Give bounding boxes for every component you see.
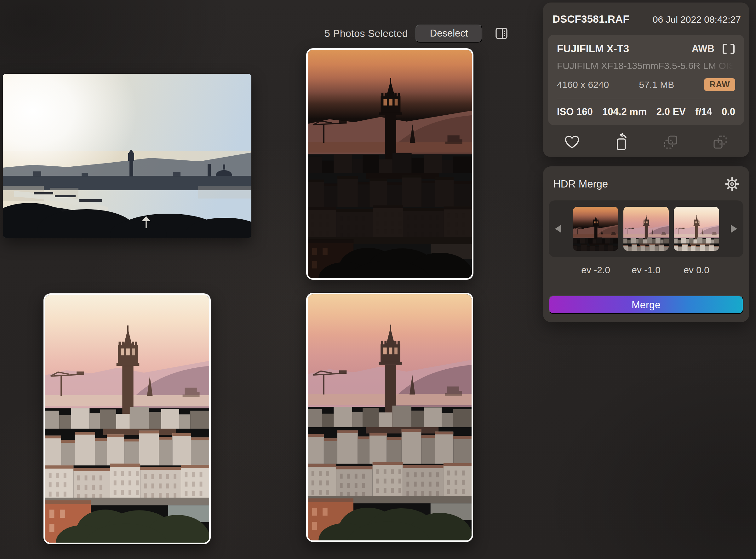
selection-count-text: 5 Photos Selected: [324, 28, 408, 39]
photo-portrait-underexposed[interactable]: [306, 48, 474, 280]
rotate-left-icon[interactable]: [611, 132, 633, 152]
file-info-panel: DSCF3581.RAF 06 Jul 2022 08:42:27 FUJIFI…: [543, 2, 749, 157]
exif-aperture: f/14: [695, 106, 712, 117]
hdr-merge-title: HDR Merge: [553, 178, 608, 190]
hdr-merge-panel: HDR Merge: [543, 166, 749, 322]
photo-portrait-mid[interactable]: [306, 293, 473, 542]
exposure-labels-row: ev -2.0 ev -1.0 ev 0.0: [543, 265, 749, 275]
card-divider: [557, 98, 735, 99]
deselect-button[interactable]: Deselect: [415, 25, 483, 43]
selection-toolbar: 5 Photos Selected Deselect: [324, 24, 508, 43]
carousel-next-icon[interactable]: [727, 200, 741, 257]
photo-portrait-normal[interactable]: [44, 293, 211, 544]
exif-iso: ISO 160: [557, 106, 593, 117]
photo-underexposed-image: [308, 50, 472, 278]
file-name: DSCF3581.RAF: [552, 13, 629, 25]
exif-exposure-comp: 0.0: [721, 106, 735, 117]
ev-label-minus-1: ev -1.0: [623, 265, 669, 275]
capture-datetime: 06 Jul 2022 08:42:27: [653, 14, 741, 25]
paste-settings-icon[interactable]: [709, 132, 731, 152]
gear-icon[interactable]: [725, 176, 740, 192]
sidebar-panel-icon[interactable]: [495, 27, 508, 40]
photo-landscape-image: [3, 74, 251, 238]
camera-info-card: FUJIFILM X-T3 AWB FUJIFILM XF18-135mmF3.…: [548, 35, 744, 125]
copy-settings-icon[interactable]: [660, 132, 682, 152]
exif-row: ISO 160 104.2 mm 2.0 EV f/14 0.0: [557, 106, 735, 117]
white-balance-label: AWB: [692, 43, 714, 54]
carousel-prev-icon[interactable]: [551, 200, 565, 257]
file-size: 57.1 MB: [639, 80, 674, 90]
file-header: DSCF3581.RAF 06 Jul 2022 08:42:27: [543, 2, 749, 25]
ev-label-minus-2: ev -2.0: [573, 265, 618, 275]
bracket-thumb-ev-minus-1[interactable]: [623, 207, 669, 251]
crop-brackets-icon[interactable]: [722, 44, 735, 54]
merge-button[interactable]: Merge: [549, 295, 743, 314]
photo-action-bar: [543, 128, 749, 156]
bracket-thumb-ev-0[interactable]: [674, 207, 719, 251]
bracket-thumb-ev-minus-2[interactable]: [573, 207, 618, 251]
favorite-heart-icon[interactable]: [561, 132, 583, 152]
photo-normal-image: [45, 295, 209, 543]
photo-mid-image: [308, 294, 472, 540]
bracket-carousel: [549, 200, 743, 257]
exif-exposure-value: 2.0 EV: [657, 106, 686, 117]
pixel-dimensions: 4160 x 6240: [557, 80, 609, 90]
lens-model: FUJIFILM XF18-135mmF3.5-5.6R LM OIS: [557, 61, 735, 71]
exif-focal-length: 104.2 mm: [602, 106, 647, 117]
format-badge: RAW: [704, 78, 735, 91]
ev-label-0: ev 0.0: [674, 265, 719, 275]
photo-landscape-sunset[interactable]: [3, 74, 251, 238]
camera-model: FUJIFILM X-T3: [557, 43, 629, 55]
